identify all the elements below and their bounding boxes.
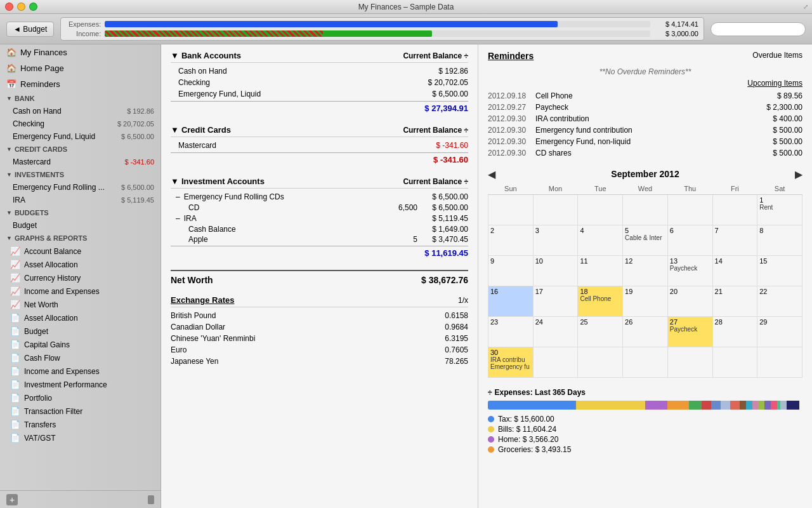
calendar-cell[interactable] [712, 347, 757, 378]
close-button[interactable] [5, 3, 13, 11]
calendar-cell[interactable]: 23 [488, 317, 534, 347]
calendar-cell[interactable]: 30IRA contribuEmergency fu [488, 347, 534, 378]
sidebar-item-ira[interactable]: IRA $ 5,119.45 [0, 194, 160, 206]
add-button[interactable]: + [6, 494, 18, 505]
cal-day-number: 12 [625, 257, 665, 265]
maximize-button[interactable] [29, 3, 37, 11]
calendar-cell[interactable]: 4 [578, 225, 623, 256]
calendar-cell[interactable]: 7 [712, 225, 757, 256]
calendar-cell[interactable]: 3 [533, 225, 578, 256]
calendar-cell[interactable]: 22 [757, 286, 802, 317]
sidebar-item-income-expenses-report[interactable]: 📄 Income and Expenses [0, 364, 160, 378]
ef-rolling-value: $ 6,500.00 [121, 184, 154, 191]
left-panel: ▼ Bank Accounts Current Balance ÷ Cash o… [161, 44, 478, 508]
calendar-cell[interactable]: 26 [623, 317, 668, 347]
minimize-button[interactable] [17, 3, 25, 11]
sidebar-app-title[interactable]: 🏠 My Finances [0, 44, 160, 60]
sidebar-section-investments[interactable]: ▼ INVESTMENTS [0, 168, 160, 181]
sidebar-item-transaction-filter[interactable]: 📄 Transaction Filter [0, 404, 160, 418]
sidebar-resize-handle[interactable] [148, 495, 154, 504]
sidebar-item-emergency-liquid[interactable]: Emergency Fund, Liquid $ 6,500.00 [0, 130, 160, 143]
calendar-cell[interactable]: 21 [712, 286, 757, 317]
calendar-cell[interactable]: 24 [533, 317, 578, 347]
net-worth-row: Net Worth $ 38,672.76 [171, 270, 468, 285]
sidebar-item-net-worth-graph[interactable]: 📈 Net Worth [0, 298, 160, 311]
calendar-cell[interactable] [623, 195, 668, 225]
calendar-cell[interactable]: 25 [578, 317, 623, 347]
sidebar-item-account-balance[interactable]: 📈 Account Balance [0, 244, 160, 258]
calendar-cell[interactable] [578, 195, 623, 225]
sidebar-item-cash-flow[interactable]: 📄 Cash Flow [0, 351, 160, 364]
sidebar-item-income-expenses-graph[interactable]: 📈 Income and Expenses [0, 284, 160, 298]
sidebar-item-cash[interactable]: Cash on Hand $ 192.86 [0, 105, 160, 117]
calendar-cell[interactable]: 10 [533, 256, 578, 286]
legend-bills: Bills: $ 11,604.24 [488, 425, 802, 434]
sidebar-section-credit[interactable]: ▼ CREDIT CARDS [0, 143, 160, 156]
calendar-cell[interactable]: 12 [623, 256, 668, 286]
calendar-cell[interactable]: 20 [667, 286, 712, 317]
calendar-cell[interactable]: 8 [757, 225, 802, 256]
calendar-cell[interactable]: 9 [488, 256, 534, 286]
calendar-cell[interactable]: 28 [712, 317, 757, 347]
sidebar-item-currency-history[interactable]: 📈 Currency History [0, 271, 160, 284]
calendar-cell[interactable]: 16 [488, 286, 534, 317]
sidebar-item-portfolio[interactable]: 📄 Portfolio [0, 391, 160, 404]
ef-dash: – [176, 192, 180, 201]
calendar-cell[interactable]: 6 [667, 225, 712, 256]
sidebar-item-asset-allocation-graph[interactable]: 📈 Asset Allocation [0, 258, 160, 271]
calendar-cell[interactable]: 18Cell Phone [578, 286, 623, 317]
reminder-row-ef-nonliquid: 2012.09.30 Emergency Fund, non-liquid $ … [488, 136, 802, 147]
search-input[interactable] [710, 22, 806, 36]
calendar-cell[interactable]: 15 [757, 256, 802, 286]
bank-accounts-label: Bank Accounts [181, 51, 241, 60]
calendar-next-button[interactable]: ▶ [795, 168, 802, 180]
calendar-cell[interactable] [578, 347, 623, 378]
calendar-cell[interactable]: 14 [712, 256, 757, 286]
calendar-cell[interactable] [667, 347, 712, 378]
sidebar-item-checking[interactable]: Checking $ 20,702.05 [0, 117, 160, 130]
bank-cash-value: $ 192.86 [438, 67, 468, 76]
sidebar-item-budget-report[interactable]: 📄 Budget [0, 324, 160, 338]
sidebar-item-transfers[interactable]: 📄 Transfers [0, 418, 160, 431]
cal-day-number: 8 [759, 227, 800, 234]
cal-day-number: 2 [490, 227, 531, 234]
calendar-cell[interactable]: 2 [488, 225, 534, 256]
calendar-cell[interactable]: 1Rent [757, 195, 802, 225]
calendar-cell[interactable]: 11 [578, 256, 623, 286]
investment-perf-label: Investment Performance [24, 380, 107, 389]
calendar-cell[interactable]: 5Cable & Inter [623, 225, 668, 256]
sidebar-item-mastercard[interactable]: Mastercard $ -341.60 [0, 156, 160, 168]
calendar-cell[interactable] [533, 195, 578, 225]
sidebar-item-reminders[interactable]: 📅 Reminders [0, 76, 160, 92]
sidebar-item-budget[interactable]: Budget [0, 219, 160, 232]
calendar-cell[interactable]: 27Paycheck [667, 317, 712, 347]
calendar-cell[interactable] [533, 347, 578, 378]
vat-gst-label: VAT/GST [24, 434, 56, 443]
credit-label-main: Credit Cards [181, 125, 231, 135]
budget-button[interactable]: ◄ Budget [6, 22, 54, 37]
calendar-cell[interactable] [712, 195, 757, 225]
calendar-prev-button[interactable]: ◀ [488, 168, 495, 180]
sidebar-item-asset-allocation-report[interactable]: 📄 Asset Allocation [0, 311, 160, 324]
cal-day-number: 11 [580, 257, 620, 265]
sidebar-item-capital-gains[interactable]: 📄 Capital Gains [0, 338, 160, 351]
ira-group-name: IRA [184, 214, 433, 223]
calendar-cell[interactable]: 13Paycheck [667, 256, 712, 286]
legend-tax: Tax: $ 15,600.00 [488, 415, 802, 424]
calendar-cell[interactable] [757, 347, 802, 378]
sidebar-item-ef-rolling[interactable]: Emergency Fund Rolling ... $ 6,500.00 [0, 181, 160, 194]
sidebar-section-budgets[interactable]: ▼ BUDGETS [0, 206, 160, 219]
sidebar-item-vat-gst[interactable]: 📄 VAT/GST [0, 431, 160, 444]
income-expenses-graph-icon: 📈 [10, 286, 20, 296]
calendar-cell[interactable]: 17 [533, 286, 578, 317]
sidebar-section-graphs[interactable]: ▼ GRAPHS & REPORTS [0, 232, 160, 244]
calendar-cell[interactable] [667, 195, 712, 225]
sidebar-section-bank[interactable]: ▼ BANK [0, 92, 160, 105]
calendar-cell[interactable]: 29 [757, 317, 802, 347]
calendar-cell[interactable] [623, 347, 668, 378]
calendar-cell[interactable]: 19 [623, 286, 668, 317]
sidebar-item-investment-performance[interactable]: 📄 Investment Performance [0, 378, 160, 391]
calendar-cell[interactable] [488, 195, 534, 225]
exchange-eur: Euro 0.7605 [171, 344, 468, 356]
sidebar-item-homepage[interactable]: 🏠 Home Page [0, 60, 160, 76]
